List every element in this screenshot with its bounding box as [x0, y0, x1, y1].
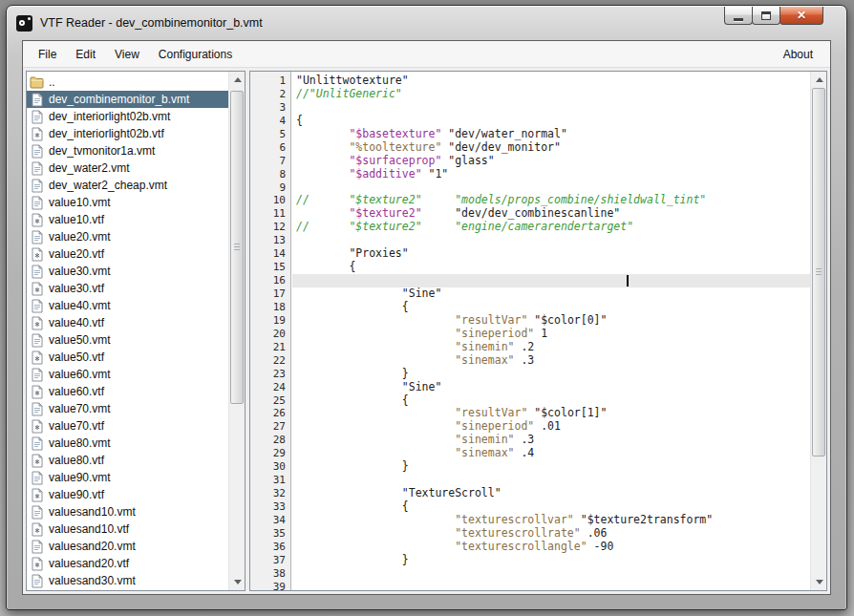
file-list-box: ..dev_combinemonitor_b.vmtdev_interiorli… [26, 71, 246, 591]
code-line: } [292, 368, 810, 381]
file-name: value20.vmt [49, 230, 111, 244]
file-list-item[interactable]: value80.vtf [27, 452, 228, 469]
file-list-item[interactable]: valuesand20.vtf [27, 555, 228, 572]
vmt-file-icon [30, 196, 44, 210]
file-list-item[interactable]: value70.vmt [27, 400, 228, 417]
file-list-item[interactable]: valuesand30.vmt [27, 572, 228, 589]
editor-scroll-thumb[interactable] [812, 88, 825, 457]
file-list-scrollbar[interactable] [228, 72, 245, 590]
file-name: valuesand10.vtf [49, 522, 129, 536]
file-list-item[interactable]: dev_interiorlight02b.vtf [27, 125, 228, 142]
line-number: 19 [250, 314, 290, 328]
file-name: dev_water2_cheap.vmt [49, 179, 167, 192]
code-line: "$texture2" "dev/dev_combinescanline" [292, 207, 810, 221]
file-list-item[interactable]: dev_combinemonitor_b.vmt [27, 91, 228, 108]
menu-item-view[interactable]: View [105, 42, 149, 67]
line-number: 33 [250, 500, 290, 514]
file-name: value30.vtf [49, 282, 104, 295]
file-list-item[interactable]: dev_water2_cheap.vmt [27, 177, 228, 194]
code-line: "$additive" "1" [292, 168, 810, 181]
file-list-item[interactable]: value70.vtf [27, 417, 228, 435]
line-number: 15 [250, 261, 290, 274]
file-name: value80.vtf [49, 454, 104, 467]
file-list-item[interactable]: value40.vmt [27, 297, 228, 314]
code-line: } [292, 554, 810, 567]
code-line: //"UnlitGeneric" [292, 88, 810, 101]
vmt-file-icon [30, 436, 44, 451]
editor-scrollbar[interactable] [810, 72, 826, 590]
file-name: value60.vmt [49, 368, 111, 381]
line-number: 12 [250, 221, 290, 234]
line-number: 18 [250, 301, 290, 314]
line-number: 31 [250, 474, 290, 487]
code-line [292, 274, 810, 287]
file-list-item[interactable]: value50.vmt [27, 331, 228, 349]
file-name: valuesand30.vmt [49, 574, 136, 587]
file-list-item[interactable]: valuesand30.vtf [27, 589, 228, 590]
minimize-button[interactable] [724, 7, 753, 25]
file-list-item-parent-dir[interactable]: .. [27, 74, 228, 91]
menu-item-about[interactable]: About [776, 42, 821, 67]
line-number: 34 [250, 514, 290, 527]
file-list-item[interactable]: value10.vmt [27, 194, 228, 211]
file-list-item[interactable]: value40.vtf [27, 314, 228, 331]
app-icon [16, 15, 32, 32]
line-number: 30 [250, 460, 290, 474]
menu-item-configurations[interactable]: Configurations [149, 42, 242, 67]
scroll-up-button[interactable] [229, 72, 246, 88]
file-name: dev_tvmonitor1a.vmt [49, 144, 155, 158]
file-name: value70.vtf [49, 419, 104, 433]
vtf-file-icon [30, 419, 44, 434]
file-list-item[interactable]: value30.vtf [27, 280, 228, 297]
line-number: 35 [250, 527, 290, 541]
file-name: value90.vtf [49, 488, 104, 501]
file-list-item[interactable]: valuesand20.vmt [27, 538, 228, 555]
file-list-item[interactable]: value60.vtf [27, 383, 228, 400]
code-line: "sinemin" .3 [292, 434, 810, 447]
file-list-item[interactable]: value60.vmt [27, 366, 228, 383]
vtf-file-icon [30, 350, 44, 365]
scroll-down-button[interactable] [811, 574, 827, 590]
file-list-item[interactable]: value30.vmt [27, 263, 228, 280]
file-list-item[interactable]: value20.vmt [27, 228, 228, 245]
line-number: 13 [250, 234, 290, 247]
code-line: { [292, 115, 810, 128]
line-number: 14 [250, 247, 290, 261]
file-list-scroll-thumb[interactable] [230, 91, 244, 404]
maximize-button[interactable] [752, 7, 780, 25]
file-list-item[interactable]: value20.vtf [27, 245, 228, 263]
menu-item-edit[interactable]: Edit [66, 42, 105, 67]
file-list-item[interactable]: value50.vtf [27, 349, 228, 366]
text-caret [627, 275, 629, 287]
file-name: dev_interiorlight02b.vtf [49, 127, 164, 140]
vmt-file-icon [30, 471, 44, 485]
scroll-down-button[interactable] [229, 574, 246, 590]
close-button[interactable]: ✕ [779, 7, 823, 25]
code-line: "sinemax" .3 [292, 354, 810, 368]
title-bar[interactable]: VTF Reader - dev_combinemonitor_b.vmt [7, 6, 846, 40]
line-number: 9 [250, 181, 290, 195]
file-list-item[interactable]: value90.vmt [27, 469, 228, 486]
vtf-file-icon [30, 213, 44, 227]
code-area[interactable]: "Unlittwotexture"//"UnlitGeneric"{ "$bas… [292, 72, 810, 590]
code-line: { [292, 394, 810, 408]
file-name: value80.vmt [49, 436, 111, 450]
file-list-item[interactable]: valuesand10.vtf [27, 520, 228, 538]
file-list-item[interactable]: dev_tvmonitor1a.vmt [27, 142, 228, 159]
code-line: "$surfaceprop" "glass" [292, 155, 810, 168]
file-list-item[interactable]: dev_water2.vmt [27, 159, 228, 177]
file-list-item[interactable]: valuesand10.vmt [27, 503, 228, 520]
scroll-up-button[interactable] [811, 72, 827, 88]
vmt-file-icon [30, 368, 44, 382]
file-list-item[interactable]: value80.vmt [27, 435, 228, 452]
menu-item-file[interactable]: File [29, 42, 66, 67]
code-line: "resultVar" "$color[1]" [292, 407, 810, 420]
code-editor[interactable]: 1234567891011121314151617181920212223242… [249, 71, 827, 591]
code-line: "Proxies" [292, 247, 810, 261]
scroll-down-icon [234, 580, 242, 584]
scroll-down-icon [816, 580, 823, 584]
file-list-item[interactable]: value90.vtf [27, 486, 228, 503]
vmt-file-icon [30, 265, 44, 279]
file-list-item[interactable]: value10.vtf [27, 211, 228, 228]
file-list-item[interactable]: dev_interiorlight02b.vmt [27, 108, 228, 125]
